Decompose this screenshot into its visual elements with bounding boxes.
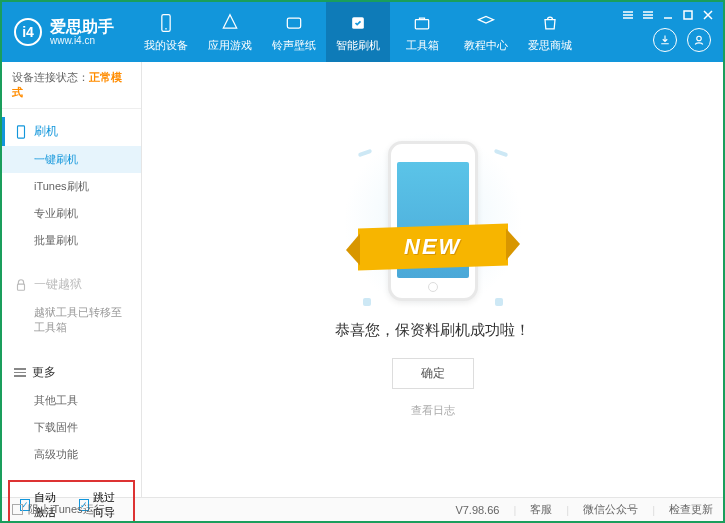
nav-my-device[interactable]: 我的设备 — [134, 2, 198, 62]
sidebar-item-other-tools[interactable]: 其他工具 — [2, 387, 141, 414]
version-label: V7.98.66 — [455, 504, 499, 516]
minimize-icon[interactable] — [661, 8, 675, 22]
header-actions — [653, 28, 711, 52]
footer-wechat-link[interactable]: 微信公众号 — [583, 502, 638, 517]
nav-label: 工具箱 — [406, 38, 439, 53]
section-title: 刷机 — [34, 123, 58, 140]
svg-rect-2 — [287, 18, 300, 28]
checkbox-label: 阻止iTunes运行 — [28, 502, 105, 517]
sidebar-item-download-firmware[interactable]: 下载固件 — [2, 414, 141, 441]
flash-icon — [347, 12, 369, 34]
new-ribbon: NEW — [358, 223, 508, 270]
app-header: i4 爱思助手 www.i4.cn 我的设备 应用游戏 铃声壁纸 智能刷机 工具… — [2, 2, 723, 62]
connection-status: 设备连接状态：正常模式 — [2, 62, 141, 109]
tutorial-icon — [475, 12, 497, 34]
lock-icon — [14, 278, 28, 292]
nav-label: 我的设备 — [144, 38, 188, 53]
sidebar: 设备连接状态：正常模式 刷机 一键刷机 iTunes刷机 专业刷机 批量刷机 一… — [2, 62, 142, 497]
checkbox-icon — [12, 504, 23, 515]
view-log-link[interactable]: 查看日志 — [411, 403, 455, 418]
sidebar-item-batch-flash[interactable]: 批量刷机 — [2, 227, 141, 254]
sidebar-section-more[interactable]: 更多 — [2, 358, 141, 387]
lock-icon[interactable] — [641, 8, 655, 22]
phone-icon — [155, 12, 177, 34]
sidebar-section-jailbreak: 一键越狱 — [2, 270, 141, 299]
status-label: 设备连接状态： — [12, 71, 89, 83]
download-icon[interactable] — [653, 28, 677, 52]
svg-rect-5 — [684, 11, 692, 19]
section-title: 一键越狱 — [34, 276, 82, 293]
ringtone-icon — [283, 12, 305, 34]
logo-icon: i4 — [14, 18, 42, 46]
sidebar-item-pro-flash[interactable]: 专业刷机 — [2, 200, 141, 227]
svg-rect-8 — [18, 284, 25, 290]
nav-tutorials[interactable]: 教程中心 — [454, 2, 518, 62]
main-content: NEW 恭喜您，保资料刷机成功啦！ 确定 查看日志 — [142, 62, 723, 497]
success-message: 恭喜您，保资料刷机成功啦！ — [335, 321, 530, 340]
toolbox-icon — [411, 12, 433, 34]
success-illustration: NEW — [388, 141, 478, 301]
phone-icon — [388, 141, 478, 301]
phone-icon — [14, 125, 28, 139]
maximize-icon[interactable] — [681, 8, 695, 22]
nav-label: 教程中心 — [464, 38, 508, 53]
app-name: 爱思助手 — [50, 18, 114, 36]
checkbox-block-itunes[interactable]: 阻止iTunes运行 — [12, 502, 105, 517]
window-controls — [621, 8, 715, 22]
nav-store[interactable]: 爱思商城 — [518, 2, 582, 62]
sidebar-item-onekey-flash[interactable]: 一键刷机 — [2, 146, 141, 173]
jailbreak-note: 越狱工具已转移至工具箱 — [2, 299, 141, 342]
sidebar-section-flash[interactable]: 刷机 — [2, 117, 141, 146]
nav-apps[interactable]: 应用游戏 — [198, 2, 262, 62]
confirm-button[interactable]: 确定 — [392, 358, 474, 389]
nav-label: 应用游戏 — [208, 38, 252, 53]
nav-label: 铃声壁纸 — [272, 38, 316, 53]
user-icon[interactable] — [687, 28, 711, 52]
nav-flash[interactable]: 智能刷机 — [326, 2, 390, 62]
footer-update-link[interactable]: 检查更新 — [669, 502, 713, 517]
menu-icon[interactable] — [621, 8, 635, 22]
footer-service-link[interactable]: 客服 — [530, 502, 552, 517]
apps-icon — [219, 12, 241, 34]
svg-rect-4 — [415, 19, 428, 28]
nav-ringtones[interactable]: 铃声壁纸 — [262, 2, 326, 62]
ribbon-text: NEW — [404, 234, 461, 260]
svg-point-6 — [697, 36, 702, 41]
nav-label: 爱思商城 — [528, 38, 572, 53]
sidebar-item-itunes-flash[interactable]: iTunes刷机 — [2, 173, 141, 200]
logo-area: i4 爱思助手 www.i4.cn — [2, 18, 134, 47]
nav-toolbox[interactable]: 工具箱 — [390, 2, 454, 62]
section-title: 更多 — [32, 364, 56, 381]
svg-point-1 — [165, 28, 167, 30]
nav-label: 智能刷机 — [336, 38, 380, 53]
app-url: www.i4.cn — [50, 35, 114, 46]
store-icon — [539, 12, 561, 34]
close-icon[interactable] — [701, 8, 715, 22]
hamburger-icon — [14, 368, 26, 377]
svg-rect-7 — [18, 125, 25, 137]
sidebar-item-advanced[interactable]: 高级功能 — [2, 441, 141, 468]
